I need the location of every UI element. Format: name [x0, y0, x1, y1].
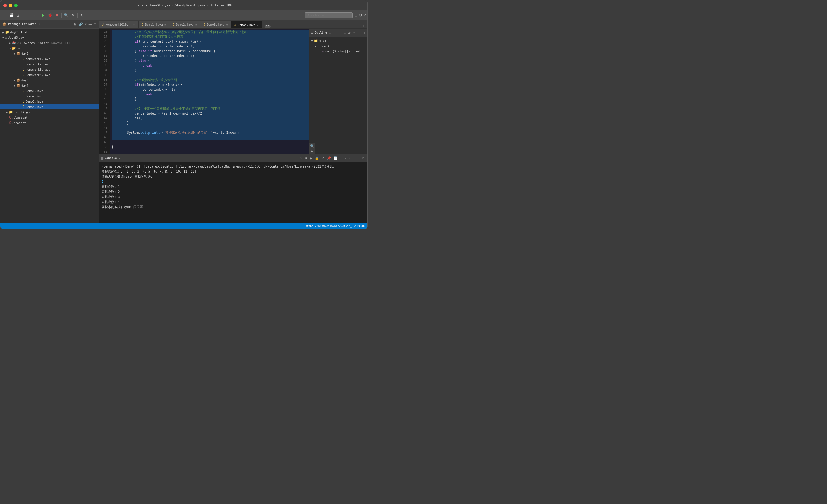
console-clear-btn[interactable]: ✕ — [299, 156, 303, 161]
outline-right-btn2[interactable]: ⚙ — [311, 149, 313, 153]
tree-item-hw2[interactable]: J homework2.java — [0, 61, 99, 67]
console-scroll-lock-btn[interactable]: 🔒 — [314, 156, 320, 161]
tree-label: day4 — [21, 84, 29, 87]
code-line: } — [112, 135, 309, 140]
tree-item-project[interactable]: X .project — [0, 120, 99, 125]
toolbar-forward-btn[interactable]: → — [31, 12, 37, 19]
tab-demo4[interactable]: J Demo4.java ✕ — [231, 21, 262, 28]
tree-arrow: ▼ — [314, 45, 318, 48]
tab-close-btn[interactable]: ✕ — [195, 23, 197, 26]
tree-item-hw1[interactable]: J homework1.java — [0, 56, 99, 61]
tree-item-jre[interactable]: ▶ 📚 JRE System Library [JavaSE-11] — [0, 40, 99, 46]
tree-label: homework3.java — [26, 68, 50, 71]
tree-item-day2[interactable]: ▼ 📦 day2 — [0, 51, 99, 56]
console-close-icon[interactable]: ✕ — [119, 157, 121, 160]
tab-close-btn[interactable]: ✕ — [164, 23, 166, 26]
toolbar-ref-btn[interactable]: ↻ — [70, 12, 76, 19]
outline-minimize-btn[interactable]: — — [357, 31, 361, 35]
console-panel: ▤ Console ✕ ✕ ■ ▶ 🔒 ↵ 📌 📄 ⇢ — [99, 154, 368, 223]
console-stream-btn[interactable]: ⇢ — [342, 156, 347, 161]
tab-homework1010[interactable]: J Homework1010... ✕ — [99, 21, 139, 28]
tree-item-demo2[interactable]: J Demo2.java — [0, 94, 99, 99]
tree-item-hw4[interactable]: J Homework4.java — [0, 72, 99, 78]
code-line — [112, 101, 309, 106]
toolbar-stop-btn[interactable]: ■ — [54, 12, 60, 19]
tree-item-demo1[interactable]: J Demo1.java — [0, 88, 99, 94]
tab-count-badge: 15 — [265, 25, 271, 28]
close-button[interactable] — [3, 4, 7, 7]
tab-demo2[interactable]: J Demo2.java ✕ — [169, 21, 200, 28]
console-pin-btn[interactable]: 📌 — [326, 156, 332, 161]
tab-demo3[interactable]: J Demo3.java ✕ — [200, 21, 231, 28]
code-line: i++; — [112, 116, 309, 121]
tree-item-demo4[interactable]: J Demo4.java — [0, 104, 99, 109]
console-toolbar-right: ✕ ■ ▶ 🔒 ↵ 📌 📄 ⇢ ⇠ — □ — [299, 156, 366, 161]
tree-item-javastudy[interactable]: ▼ ☕ JavaStudy — [0, 35, 99, 40]
link-with-editor-btn[interactable]: 🔗 — [78, 22, 83, 27]
java-icon: J — [102, 23, 104, 27]
tab-close-btn[interactable]: ✕ — [226, 23, 228, 26]
editor-minimize-btn[interactable]: — — [357, 23, 362, 28]
console-rerun-btn[interactable]: ▶ — [309, 156, 313, 161]
tree-item-day01test[interactable]: ▶ 📁 day01_test — [0, 30, 99, 35]
outline-item-main[interactable]: m main(String[]) : void — [309, 49, 368, 54]
minimize-panel-btn[interactable]: — — [88, 22, 92, 27]
console-stop-btn[interactable]: ■ — [304, 156, 308, 161]
quick-access-input[interactable] — [305, 12, 353, 18]
outline-sort-btn[interactable]: ↕ — [344, 31, 346, 35]
settings-icon[interactable]: ⚙ — [359, 13, 362, 17]
console-terminated-line: <terminated> Demo4 (1) [Java Application… — [101, 164, 365, 169]
toolbar-run-btn[interactable]: ▶ — [41, 12, 46, 19]
maximize-panel-btn[interactable]: □ — [94, 22, 96, 27]
code-content[interactable]: //当中间值小于搜索值, 则说明要搜索值在右边，最小值下标更新为中间下标+1 /… — [109, 29, 309, 154]
question-icon[interactable]: ? — [364, 13, 366, 17]
tree-label: src — [17, 47, 22, 50]
tab-close-btn[interactable]: ✕ — [134, 23, 135, 26]
toolbar-search-btn[interactable]: 🔍 — [63, 12, 69, 19]
toolbar-save-btn[interactable]: 💾 — [8, 12, 14, 19]
toolbar-git-btn[interactable]: ⊕ — [79, 12, 85, 19]
toolbar-file-btn[interactable]: ☰ — [2, 12, 8, 19]
tree-item-day3[interactable]: ▶ 📦 day3 — [0, 78, 99, 83]
view-menu-btn[interactable]: ▾ — [85, 22, 87, 27]
outline-collapse-btn[interactable]: ⊟ — [352, 31, 356, 35]
console-word-wrap-btn[interactable]: ↵ — [321, 156, 325, 161]
tree-item-demo3[interactable]: J Demo3.java — [0, 99, 99, 104]
outline-item-day4[interactable]: ▼ 📁 day4 — [309, 38, 368, 43]
console-stream2-btn[interactable]: ⇠ — [348, 156, 352, 161]
tree-label: Homework4.java — [26, 73, 50, 77]
perspective-btn[interactable]: ⊞ — [355, 13, 357, 17]
outline-close-icon[interactable]: ✕ — [329, 31, 331, 34]
outline-maximize-btn[interactable]: □ — [362, 31, 365, 35]
tree-item-hw3[interactable]: J homework3.java — [0, 67, 99, 72]
tree-item-day4[interactable]: ▼ 📦 day4 — [0, 83, 99, 88]
tab-overflow[interactable]: 15 — [263, 25, 273, 28]
tree-item-classpath[interactable]: X .classpath — [0, 115, 99, 120]
package-explorer-close-icon[interactable]: ✕ — [38, 22, 40, 26]
maximize-button[interactable] — [14, 4, 17, 7]
console-maximize-btn[interactable]: □ — [362, 156, 365, 161]
lib-icon: 📚 — [12, 41, 16, 45]
toolbar-debug-btn[interactable]: 🐞 — [47, 12, 53, 19]
tree-item-settings[interactable]: ▶ 📁 .settings — [0, 109, 99, 115]
console-open-file-btn[interactable]: 📄 — [333, 156, 338, 161]
console-minimize-btn[interactable]: — — [356, 156, 361, 161]
toolbar-print-btn[interactable]: 🖨 — [15, 12, 21, 19]
toolbar-back-btn[interactable]: ← — [25, 12, 30, 19]
code-editor[interactable]: 26 27 28 29 30 31 32 33 34 35 36 37 — [99, 29, 309, 154]
line-numbers: 26 27 28 29 30 31 32 33 34 35 36 37 — [99, 29, 109, 154]
tab-close-icon[interactable]: ✕ — [257, 23, 259, 27]
console-content[interactable]: <terminated> Demo4 (1) [Java Application… — [99, 162, 368, 223]
outline-right-btn1[interactable]: 🔍 — [310, 144, 314, 148]
outline-sync-btn[interactable]: ⟳ — [347, 31, 351, 35]
tree-item-src[interactable]: ▼ 📂 src — [0, 46, 99, 51]
collapse-all-btn[interactable]: ⊟ — [74, 22, 77, 27]
editor-maximize-btn[interactable]: □ — [363, 23, 366, 28]
tree-arrow: ▼ — [310, 39, 314, 42]
outline-item-demo4class[interactable]: ▼ C Demo4 — [309, 43, 368, 49]
main-toolbar: ☰ 💾 🖨 ← → ▶ 🐞 ■ 🔍 ↻ ⊕ ⊞ ⚙ ? — [0, 10, 368, 20]
console-line-input: 2 — [101, 179, 365, 184]
tab-demo1[interactable]: J Demo1.java ✕ — [139, 21, 169, 28]
sep1 — [22, 12, 23, 18]
minimize-button[interactable] — [9, 4, 12, 7]
